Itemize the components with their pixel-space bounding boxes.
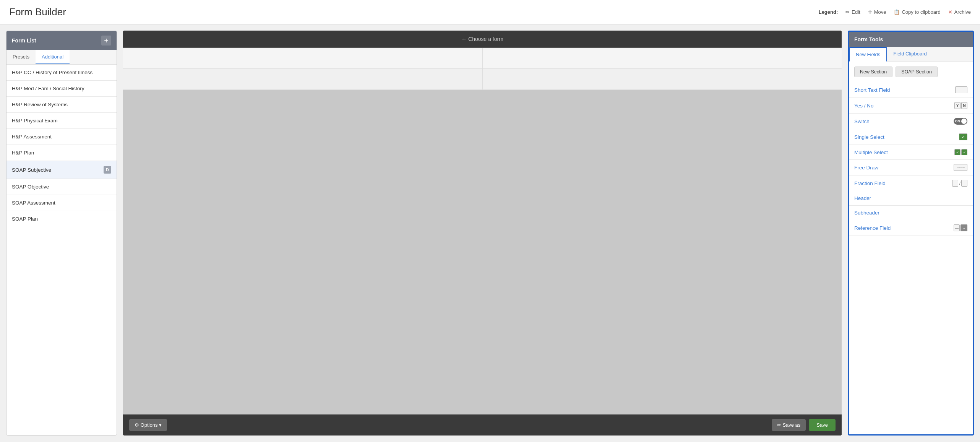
canvas-row-2 xyxy=(123,69,842,90)
legend-move: ✛ Move xyxy=(868,9,886,15)
form-item-badge: D xyxy=(104,166,111,174)
fraction-icon: / xyxy=(952,180,967,187)
save-button[interactable]: Save xyxy=(809,419,836,431)
clipboard-icon: 📋 xyxy=(894,9,900,15)
field-item-reference[interactable]: Reference Field — → xyxy=(849,220,973,236)
legend-edit: ✏ Edit xyxy=(845,9,860,15)
form-tools-title: Form Tools xyxy=(854,36,883,42)
field-item-yes-no[interactable]: Yes / No Y N xyxy=(849,98,973,114)
form-list-panel: Form List + Presets Additional H&P CC / … xyxy=(6,31,117,435)
list-item[interactable]: SOAP Objective xyxy=(6,179,117,195)
single-select-icon: ✓ xyxy=(959,133,967,140)
new-section-button[interactable]: New Section xyxy=(854,67,892,77)
canvas-cell xyxy=(483,69,842,90)
main-content: Form List + Presets Additional H&P CC / … xyxy=(0,24,980,442)
footer-right-buttons: ✏ Save as Save xyxy=(772,419,836,431)
tab-presets[interactable]: Presets xyxy=(6,50,36,64)
legend-label: Legend: xyxy=(819,9,838,15)
canvas-main-area[interactable] xyxy=(123,90,842,414)
tab-new-fields[interactable]: New Fields xyxy=(849,47,887,62)
yes-no-icon: Y N xyxy=(954,102,967,109)
canvas-cell xyxy=(123,48,483,69)
tools-fields-list: Short Text Field Yes / No Y N Switch ON xyxy=(849,82,973,434)
legend-bar: Legend: ✏ Edit ✛ Move 📋 Copy to clipboar… xyxy=(819,9,971,15)
form-list-items: H&P CC / History of Present Illness H&P … xyxy=(6,65,117,435)
switch-icon: ON xyxy=(954,118,967,125)
list-item[interactable]: H&P Assessment xyxy=(6,129,117,145)
form-list-title: Form List xyxy=(12,37,36,44)
legend-archive: ✕ Archive xyxy=(948,9,971,15)
archive-icon: ✕ xyxy=(948,9,952,15)
field-item-multi-select[interactable]: Multiple Select ✓ ✓ xyxy=(849,145,973,160)
multi-select-icon: ✓ ✓ xyxy=(954,149,967,155)
form-list-header: Form List + xyxy=(6,31,117,50)
list-item[interactable]: H&P Review of Systems xyxy=(6,97,117,113)
section-buttons: New Section SOAP Section xyxy=(849,62,973,82)
tab-field-clipboard[interactable]: Field Clipboard xyxy=(887,47,933,62)
form-tools-header: Form Tools xyxy=(849,32,973,47)
short-text-icon xyxy=(955,86,967,93)
app-header: Form Builder Legend: ✏ Edit ✛ Move 📋 Cop… xyxy=(0,0,980,24)
field-item-short-text[interactable]: Short Text Field xyxy=(849,82,973,98)
reference-icon: — → xyxy=(954,224,967,231)
form-tools-panel: Form Tools New Fields Field Clipboard Ne… xyxy=(848,31,974,435)
field-item-header[interactable]: Header xyxy=(849,191,973,206)
form-list-tabs: Presets Additional xyxy=(6,50,117,65)
tools-tabs: New Fields Field Clipboard xyxy=(849,47,973,62)
field-item-single-select[interactable]: Single Select ✓ xyxy=(849,129,973,145)
edit-icon: ✏ xyxy=(845,9,850,15)
field-item-free-draw[interactable]: Free Draw 〰〰 xyxy=(849,160,973,176)
list-item[interactable]: SOAP Plan xyxy=(6,211,117,227)
canvas-row-1 xyxy=(123,48,842,69)
canvas-cell xyxy=(123,69,483,90)
field-item-switch[interactable]: Switch ON xyxy=(849,114,973,129)
list-item[interactable]: SOAP Assessment xyxy=(6,195,117,211)
canvas-cell xyxy=(483,48,842,69)
free-draw-icon: 〰〰 xyxy=(954,164,967,171)
field-item-fraction[interactable]: Fraction Field / xyxy=(849,176,973,191)
app-title: Form Builder xyxy=(9,6,66,18)
list-item[interactable]: H&P CC / History of Present Illness xyxy=(6,65,117,81)
options-button[interactable]: ⚙ Options ▾ xyxy=(129,419,167,431)
form-editor-panel: ← Choose a form ⚙ Options ▾ ✏ Save as Sa… xyxy=(123,31,842,435)
field-item-subheader[interactable]: Subheader xyxy=(849,206,973,220)
list-item[interactable]: H&P Med / Fam / Social History xyxy=(6,81,117,97)
editor-canvas xyxy=(123,48,842,414)
list-item[interactable]: H&P Plan xyxy=(6,145,117,161)
editor-title-bar: ← Choose a form xyxy=(123,31,842,48)
tab-additional[interactable]: Additional xyxy=(36,50,70,64)
save-as-button[interactable]: ✏ Save as xyxy=(772,419,806,431)
legend-copy: 📋 Copy to clipboard xyxy=(894,9,940,15)
soap-section-button[interactable]: SOAP Section xyxy=(896,67,938,77)
list-item[interactable]: H&P Physical Exam xyxy=(6,113,117,129)
add-form-button[interactable]: + xyxy=(101,36,111,46)
editor-footer: ⚙ Options ▾ ✏ Save as Save xyxy=(123,414,842,435)
move-icon: ✛ xyxy=(868,9,872,15)
editor-container: ← Choose a form ⚙ Options ▾ ✏ Save as Sa… xyxy=(123,31,842,435)
list-item-soap-subjective[interactable]: SOAP Subjective D xyxy=(6,161,117,179)
